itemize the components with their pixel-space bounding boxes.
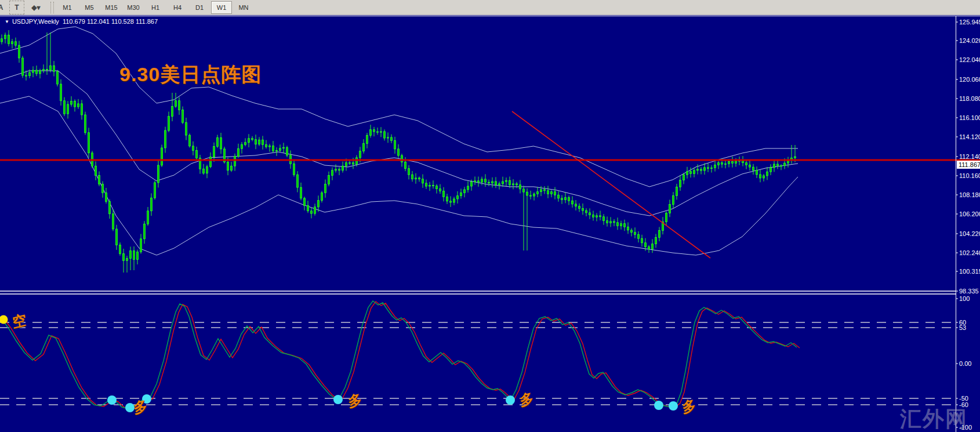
candle-body xyxy=(286,147,288,155)
candle-body xyxy=(756,170,758,175)
candle-body xyxy=(683,175,685,180)
axis-label: 124.020 xyxy=(959,37,980,44)
candle-body xyxy=(168,117,170,130)
candle-body xyxy=(593,215,594,217)
candle-body xyxy=(99,176,100,184)
symbol-dropdown-icon[interactable]: ▼ xyxy=(5,19,9,24)
candle-body xyxy=(690,172,692,174)
candle-body xyxy=(433,186,434,186)
candle-body xyxy=(259,140,260,144)
timeframe-button-w1[interactable]: W1 xyxy=(211,1,232,14)
annotation-title: 9.30美日点阵图 xyxy=(119,61,262,88)
axis-label: 106.200 xyxy=(959,210,980,217)
candle-body xyxy=(447,197,448,201)
candle-body xyxy=(610,222,612,223)
shapes-dropdown-icon[interactable]: ◆▾ xyxy=(26,1,46,14)
ohlc-values: 110.679 112.041 110.528 111.867 xyxy=(63,18,158,25)
buy-signal-dot xyxy=(669,401,678,411)
candle-body xyxy=(467,186,469,190)
candle-body xyxy=(67,104,69,114)
candle-body xyxy=(363,144,365,151)
candle-body xyxy=(711,168,713,168)
candle-body xyxy=(130,251,132,259)
candle-body xyxy=(735,161,737,164)
candle-body xyxy=(154,183,156,198)
candle-body xyxy=(262,140,264,144)
candle-body xyxy=(353,163,354,165)
candle-body xyxy=(147,211,149,224)
candle-body xyxy=(36,70,38,74)
candle-body xyxy=(513,184,514,185)
candle-body xyxy=(700,169,702,170)
candle-body xyxy=(596,216,598,217)
signal-label-多: 多 xyxy=(518,389,535,411)
candle-body xyxy=(311,211,313,213)
candle-body xyxy=(373,130,375,132)
watermark-text: 汇外网 xyxy=(900,405,968,432)
timeframe-button-m30[interactable]: M30 xyxy=(123,1,144,14)
candle-body xyxy=(579,206,580,209)
candle-body xyxy=(241,144,243,148)
candle-body xyxy=(318,201,320,207)
label-a-icon[interactable]: A xyxy=(0,1,8,14)
buy-signal-dot xyxy=(654,401,663,410)
candle-body xyxy=(328,176,330,184)
candle-body xyxy=(179,101,180,110)
candle-body xyxy=(280,148,281,151)
candle-body xyxy=(760,175,761,178)
candle-body xyxy=(770,168,772,172)
candle-body xyxy=(777,164,779,166)
timeframe-button-h1[interactable]: H1 xyxy=(145,1,166,14)
axis-label: 108.180 xyxy=(959,191,980,198)
candle-body xyxy=(227,162,229,170)
candle-body xyxy=(655,237,657,244)
candle-body xyxy=(255,140,257,144)
timeframe-button-m5[interactable]: M5 xyxy=(79,1,100,14)
candle-body xyxy=(481,179,483,182)
candle-body xyxy=(499,184,500,185)
chart-window[interactable]: ▼USDJPY,Weekly 110.679 112.041 110.528 1… xyxy=(0,15,980,432)
toolbar-grip[interactable] xyxy=(50,2,54,13)
candle-body xyxy=(213,147,215,157)
candle-body xyxy=(460,193,462,195)
candle-body xyxy=(245,143,246,145)
candle-body xyxy=(732,162,734,164)
candle-body xyxy=(39,71,41,74)
timeframe-button-m15[interactable]: M15 xyxy=(101,1,122,14)
candle-body xyxy=(506,180,507,181)
candle-body xyxy=(165,130,166,148)
candle-body xyxy=(495,181,497,185)
timeframe-button-m1[interactable]: M1 xyxy=(57,1,78,14)
mt4-application-window: A T ◆▾ M1M5M15M30H1H4D1W1MN ▼USDJPY,Week… xyxy=(0,0,980,432)
candle-body xyxy=(220,138,222,149)
candle-body xyxy=(293,164,295,175)
candle-body xyxy=(697,169,699,170)
candle-body xyxy=(565,198,567,200)
candle-body xyxy=(714,165,716,168)
candle-body xyxy=(116,229,118,245)
timeframe-button-mn[interactable]: MN xyxy=(233,1,254,14)
candle-body xyxy=(422,179,424,183)
text-box-icon[interactable]: T xyxy=(9,1,24,14)
axis-label: 112.140 xyxy=(959,153,980,160)
timeframe-button-d1[interactable]: D1 xyxy=(189,1,210,14)
candle-body xyxy=(648,247,650,249)
candle-body xyxy=(144,224,146,239)
candle-body xyxy=(540,190,542,192)
candle-body xyxy=(488,182,490,183)
axis-label: 100.315 xyxy=(959,268,980,275)
candle-body xyxy=(203,169,205,173)
candle-body xyxy=(133,251,135,260)
candle-body xyxy=(530,195,532,196)
candle-body xyxy=(478,181,480,182)
candle-body xyxy=(175,101,177,107)
candle-body xyxy=(544,190,546,191)
candle-body xyxy=(234,156,236,166)
signal-label-多: 多 xyxy=(681,395,697,418)
candle-body xyxy=(523,189,525,192)
candle-body xyxy=(85,115,86,133)
current-price-box: 111.867 xyxy=(957,161,980,169)
candle-body xyxy=(746,163,747,165)
buy-signal-dot xyxy=(506,395,515,405)
timeframe-button-h4[interactable]: H4 xyxy=(167,1,188,14)
